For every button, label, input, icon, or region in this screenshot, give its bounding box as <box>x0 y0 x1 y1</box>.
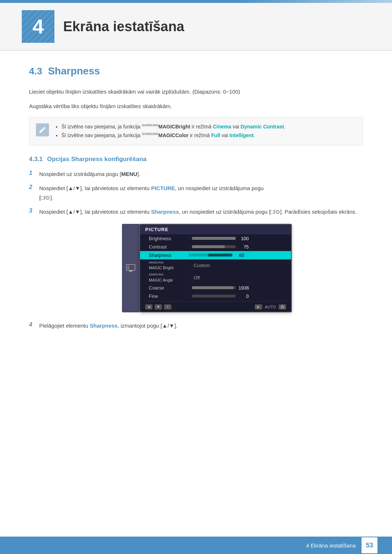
step-1-text: Nospiediet uz izstrādājuma pogu [MENU]. <box>39 169 363 179</box>
footer-page-number: 53 <box>362 537 377 553</box>
note-icon <box>36 123 49 136</box>
chapter-number-block: 4 <box>22 10 54 43</box>
step-4-text: Pielāgojiet elementu Sharpness, izmantoj… <box>39 321 363 331</box>
note-item-2: Šī izvēlne nav pieejama, ja funkcija SAM… <box>61 131 285 140</box>
nav-enter-icon: + <box>164 304 171 309</box>
note-box: Šī izvēlne nav pieejama, ja funkcija SAM… <box>29 117 363 145</box>
menu-contrast: Contrast : 75 <box>140 243 291 251</box>
auto-label: AUTO <box>265 305 276 309</box>
monitor-title-bar: PICTURE <box>140 225 291 234</box>
step-4-container: 4 Pielāgojiet elementu Sharpness, izmant… <box>29 321 363 331</box>
menu-fine: Fine : 0 <box>140 292 291 300</box>
nav-left-icon: ◄ <box>145 304 152 309</box>
subsection-heading: 4.3.1 Opcijas Sharpness konfigurēšana <box>29 156 363 163</box>
subsection-title: Opcijas Sharpness konfigurēšana <box>47 156 147 163</box>
menu-sharpness: Sharpness 60 <box>140 251 291 259</box>
svg-rect-1 <box>128 270 133 271</box>
section-title: Sharpness <box>48 65 100 77</box>
step-4-num: 4 <box>29 321 39 328</box>
main-content: 4.3 Sharpness Lieciet objektu līnijām iz… <box>0 51 392 359</box>
step-2-text: Nospiediet [▲/▼], lai pārvietotos uz ele… <box>39 184 363 202</box>
step-2: 2 Nospiediet [▲/▼], lai pārvietotos uz e… <box>29 184 363 202</box>
monitor-icon-bar: ◄ ▼ + ► AUTO <box>140 302 291 312</box>
step-3-text: Nospiediet [▲/▼], lai pārvietotos uz ele… <box>39 207 363 217</box>
page-footer: 4 Ekrāna iestatīšana 53 <box>0 537 392 554</box>
section-number: 4.3 <box>29 66 42 77</box>
nav-right-icon: ► <box>255 304 262 309</box>
steps-container: 1 Nospiediet uz izstrādājuma pogu [MENU]… <box>29 169 363 217</box>
svg-rect-3 <box>127 266 129 269</box>
footer-text: 4 Ekrāna iestatīšana <box>306 542 356 549</box>
chapter-number: 4 <box>32 16 44 37</box>
subsection-number: 4.3.1 <box>29 156 43 163</box>
menu-coarse: Coarse : 1936 <box>140 284 291 292</box>
nav-down-icon: ▼ <box>155 304 162 309</box>
menu-magic-angle: SAMSUNGMAGIC Angle : Off <box>140 271 291 284</box>
menu-brightness: Brightness : 100 <box>140 234 291 243</box>
top-stripe <box>0 0 392 3</box>
menu-magic-bright: SAMSUNGMAGIC Bright : Custom <box>140 259 291 272</box>
note-list: Šī izvēlne nav pieejama, ja funkcija SAM… <box>55 123 285 140</box>
step-3: 3 Nospiediet [▲/▼], lai pārvietotos uz e… <box>29 207 363 217</box>
monitor-divider <box>145 301 286 301</box>
note-item-1: Šī izvēlne nav pieejama, ja funkcija SAM… <box>61 123 285 131</box>
pencil-icon <box>38 126 46 134</box>
intro-line1: Lieciet objektu līnijām izskatīties skai… <box>29 87 363 97</box>
step-2-num: 2 <box>29 184 39 190</box>
section-heading: 4.3 Sharpness <box>29 65 363 77</box>
power-icon: ⏻ <box>279 304 286 309</box>
svg-rect-2 <box>129 271 132 272</box>
monitor-side-icon <box>122 224 139 312</box>
monitor-container: PICTURE Brightness : 100 Contrast : <box>51 224 363 312</box>
step-1: 1 Nospiediet uz izstrādājuma pogu [MENU]… <box>29 169 363 179</box>
step-3-num: 3 <box>29 207 39 214</box>
step-4: 4 Pielāgojiet elementu Sharpness, izmant… <box>29 321 363 331</box>
chapter-header: 4 Ekrāna iestatīšana <box>0 3 392 51</box>
monitor-screenshot: PICTURE Brightness : 100 Contrast : <box>139 224 292 312</box>
monitor-with-side: PICTURE Brightness : 100 Contrast : <box>122 224 292 312</box>
chapter-title: Ekrāna iestatīšana <box>63 19 184 34</box>
intro-line2: Augstāka vērtība liks objektu līnijām iz… <box>29 102 363 111</box>
step-1-num: 1 <box>29 169 39 176</box>
monitor-icon <box>126 263 136 273</box>
